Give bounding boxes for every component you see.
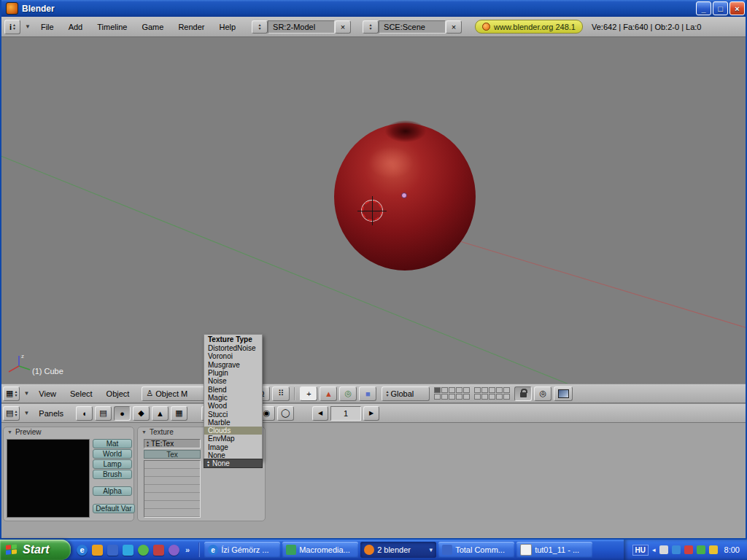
screen-delete-button[interactable]: × — [335, 20, 351, 34]
close-button[interactable]: × — [729, 1, 745, 15]
scene-context-button[interactable]: ▦ — [171, 406, 187, 421]
window-type-button[interactable]: i ▴▾ — [4, 20, 20, 34]
screen-name-field[interactable]: SR:2-Model — [268, 20, 335, 34]
header-menu-collapse-icon[interactable]: ▼ — [22, 390, 31, 397]
popup-item-distortednoise[interactable]: DistortedNoise — [204, 344, 262, 352]
editor-type-button[interactable]: ▦ ▴▾ — [3, 386, 20, 401]
layer-group-left[interactable] — [434, 387, 470, 400]
menu-game[interactable]: Game — [136, 21, 169, 33]
layer-buttons[interactable] — [434, 387, 510, 400]
menu-timeline[interactable]: Timeline — [91, 21, 133, 33]
tray-icon[interactable] — [659, 545, 668, 554]
task-button-total-commander[interactable]: Total Comm... — [438, 542, 514, 558]
tray-icon[interactable] — [684, 545, 693, 554]
preview-brush-button[interactable]: Brush — [93, 470, 132, 479]
preview-panel: ▼ Preview Mat World Lamp Brush Alpha Def… — [3, 427, 134, 521]
internet-explorer-icon[interactable]: e — [77, 545, 88, 556]
chevron-left-icon[interactable]: ◂ — [652, 546, 656, 553]
tray-icon[interactable] — [672, 545, 681, 554]
popup-item-voronoi[interactable]: Voronoi — [204, 352, 262, 360]
popup-item-musgrave[interactable]: Musgrave — [204, 361, 262, 369]
tray-icon[interactable] — [709, 545, 718, 554]
proportional-edit-button[interactable]: ◎ — [534, 386, 551, 401]
quicklaunch-icon[interactable] — [92, 545, 103, 556]
logic-context-button[interactable]: ◖ — [76, 406, 93, 421]
language-indicator[interactable]: HU — [632, 545, 649, 556]
cursor-3d[interactable] — [362, 201, 382, 221]
menu-file[interactable]: File — [35, 21, 60, 33]
preview-lamp-button[interactable]: Lamp — [93, 459, 132, 469]
axis-gizmo-icon: z — [6, 351, 32, 377]
minimize-button[interactable]: _ — [696, 1, 711, 15]
world-buttons-button[interactable]: ◯ — [277, 406, 294, 421]
maximize-button[interactable]: □ — [713, 1, 728, 15]
layer-group-right[interactable] — [474, 387, 510, 400]
tray-icon[interactable] — [697, 545, 705, 554]
editing-context-button[interactable]: ▲ — [152, 406, 169, 421]
frame-back-button[interactable]: ◀ — [312, 406, 328, 421]
texture-channel-tab[interactable]: Tex — [144, 450, 201, 459]
menu-view[interactable]: View — [33, 388, 62, 400]
menu-help[interactable]: Help — [213, 21, 241, 33]
orientation-dropdown[interactable]: ▴▾ Global — [382, 386, 430, 401]
texture-type-dropdown[interactable]: ▴▾ None — [204, 459, 263, 468]
render-preview-button[interactable] — [554, 386, 573, 401]
mode-dropdown[interactable]: ♙ Object M — [142, 386, 212, 401]
menu-render[interactable]: Render — [172, 21, 210, 33]
menu-collapse-icon[interactable]: ▼ — [23, 23, 32, 30]
preview-alpha-button[interactable]: Alpha — [93, 486, 132, 496]
editor-type-button[interactable]: ▤ ▴▾ — [3, 406, 20, 421]
popup-item-blend[interactable]: Blend — [204, 385, 262, 393]
preview-panel-header[interactable]: ▼ Preview — [4, 427, 133, 437]
preview-mat-button[interactable]: Mat — [93, 439, 132, 448]
quicklaunch-overflow-chevron[interactable]: » — [184, 545, 191, 554]
object-context-button[interactable]: ◆ — [133, 406, 150, 421]
task-button-blender[interactable]: 2 blender ▾ — [360, 542, 436, 558]
task-button-izi-gemorz[interactable]: e Ízi Gémörz ... — [204, 542, 280, 558]
start-button[interactable]: Start — [0, 540, 71, 560]
preview-world-button[interactable]: World — [93, 449, 132, 459]
script-context-button[interactable]: ▤ — [95, 406, 112, 421]
viewport-3d[interactable]: z (1) Cube — [0, 37, 747, 384]
menu-object[interactable]: Object — [101, 388, 136, 400]
task-button-tut01[interactable]: tut01_11 - ... — [516, 542, 592, 558]
popup-item-envmap[interactable]: EnvMap — [204, 435, 262, 443]
popup-item-magic[interactable]: Magic — [204, 394, 262, 402]
menu-select[interactable]: Select — [64, 388, 98, 400]
scene-browse-button[interactable]: ▴▾ — [363, 20, 379, 34]
popup-item-image[interactable]: Image — [204, 443, 262, 451]
blender-icon — [364, 545, 374, 555]
quicklaunch-icon[interactable] — [138, 545, 149, 556]
lock-layers-button[interactable] — [514, 386, 532, 401]
texture-channel-list[interactable] — [144, 460, 201, 518]
screen-browse-button[interactable]: ▴▾ — [252, 20, 268, 34]
quicklaunch-icon[interactable] — [153, 545, 164, 556]
task-button-macromedia[interactable]: Macromedia... — [282, 542, 358, 558]
scale-manipulator-button[interactable]: ◎ — [339, 386, 357, 401]
menu-add[interactable]: Add — [63, 21, 89, 33]
quicklaunch-icon[interactable] — [107, 545, 118, 556]
popup-item-wood[interactable]: Wood — [204, 402, 262, 410]
frame-forward-button[interactable]: ▶ — [363, 406, 379, 421]
popup-item-plugin[interactable]: Plugin — [204, 369, 262, 377]
shading-context-button[interactable]: ● — [114, 406, 131, 421]
texture-name-field[interactable]: ▴▾ TE:Tex — [144, 439, 201, 448]
popup-item-marble[interactable]: Marble — [204, 419, 262, 427]
scene-name-field[interactable]: SCE:Scene — [379, 20, 446, 34]
frame-number-field[interactable]: 1 — [330, 406, 361, 421]
scene-delete-button[interactable]: × — [446, 20, 462, 34]
menu-panels[interactable]: Panels — [33, 408, 69, 419]
manipulator-mode-button[interactable]: ⠿ — [272, 386, 290, 401]
header-menu-collapse-icon[interactable]: ▼ — [22, 410, 31, 416]
quicklaunch-icon[interactable] — [169, 545, 179, 556]
lock-icon — [520, 392, 527, 397]
popup-item-noise[interactable]: Noise — [204, 377, 262, 385]
blender-version-button[interactable]: www.blender.org 248.1 — [475, 20, 583, 34]
translate-manipulator-button[interactable]: + — [300, 386, 317, 401]
snap-mode-button[interactable]: ■ — [359, 386, 376, 401]
default-var-button[interactable]: Default Var — [93, 504, 135, 513]
rotate-manipulator-button[interactable]: ▲ — [320, 386, 337, 401]
quicklaunch-icon[interactable] — [123, 545, 133, 556]
popup-item-stucci[interactable]: Stucci — [204, 410, 262, 418]
popup-item-clouds[interactable]: Clouds — [204, 427, 262, 435]
